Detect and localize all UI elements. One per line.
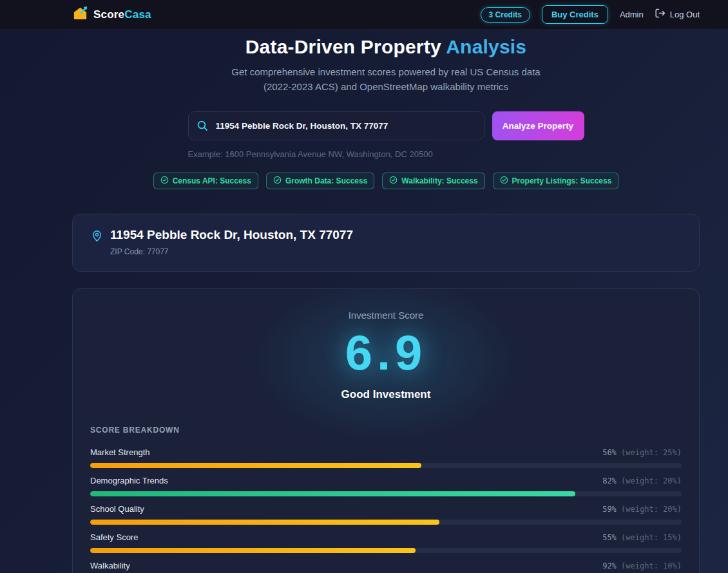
breakdown-bar-fill (90, 520, 439, 525)
page-title: Data-Driven Property Analysis (72, 36, 700, 58)
breakdown-bar-fill (90, 463, 421, 468)
status-badges-row: Census API: Success Growth Data: Success… (72, 173, 700, 189)
logout-label: Log Out (670, 10, 700, 19)
breakdown-bar-track (90, 491, 682, 496)
page-subtitle: Get comprehensive investment scores powe… (72, 64, 700, 94)
status-badge-census: Census API: Success (153, 173, 258, 189)
breakdown-label: Market Strength (90, 447, 150, 458)
score-breakdown: SCORE BREAKDOWN Market Strength 56% (wei… (73, 426, 699, 573)
logout-button[interactable]: Log Out (655, 8, 700, 21)
breakdown-label: Demographic Trends (90, 475, 168, 486)
breakdown-heading: SCORE BREAKDOWN (90, 426, 682, 435)
check-circle-icon (389, 176, 398, 186)
check-circle-icon (273, 176, 282, 186)
breakdown-value: 92% (weight: 10%) (602, 561, 682, 572)
buy-credits-button[interactable]: Buy Credits (542, 5, 608, 24)
example-address-hint: Example: 1600 Pennsylvania Avenue NW, Wa… (188, 149, 584, 159)
property-zip: ZIP Code: 77077 (110, 247, 353, 256)
check-circle-icon (500, 176, 508, 186)
breakdown-bar-fill (90, 548, 416, 553)
breakdown-row-walkability: Walkability 92% (weight: 10%) (90, 560, 682, 573)
search-icon (196, 120, 208, 134)
breakdown-row-safety-score: Safety Score 55% (weight: 15%) (90, 532, 682, 553)
analyze-property-button[interactable]: Analyze Property (492, 111, 584, 140)
breakdown-value: 55% (weight: 15%) (602, 532, 682, 543)
property-address: 11954 Pebble Rock Dr, Houston, TX 77077 (110, 228, 353, 242)
property-address-card: 11954 Pebble Rock Dr, Houston, TX 77077 … (72, 214, 700, 272)
top-nav: ScoreCasa 3 Credits Buy Credits Admin Lo… (0, 0, 728, 30)
breakdown-value: 82% (weight: 20%) (602, 476, 682, 487)
score-verdict: Good Investment (73, 388, 699, 401)
logout-icon (655, 8, 666, 21)
breakdown-value: 56% (weight: 25%) (602, 447, 682, 458)
breakdown-bar-track (90, 548, 682, 553)
brand-logo[interactable]: ScoreCasa (72, 5, 151, 24)
breakdown-row-market-strength: Market Strength 56% (weight: 25%) (90, 447, 682, 468)
breakdown-label: Safety Score (90, 532, 138, 543)
status-badge-growth: Growth Data: Success (266, 173, 374, 189)
breakdown-label: Walkability (90, 560, 130, 571)
check-circle-icon (160, 176, 169, 186)
breakdown-bar-track (90, 463, 682, 468)
breakdown-label: School Quality (90, 503, 144, 514)
score-heading: Investment Score (73, 310, 699, 321)
breakdown-value: 59% (weight: 20%) (602, 504, 682, 515)
breakdown-bar-fill (90, 491, 575, 496)
nav-link-admin[interactable]: Admin (620, 10, 644, 19)
brand-name: ScoreCasa (93, 8, 151, 21)
map-pin-icon (90, 229, 104, 256)
investment-score-value: 6.9 (73, 328, 699, 377)
hero-section: Data-Driven Property Analysis Get compre… (72, 30, 700, 189)
status-badge-listings: Property Listings: Success (493, 173, 619, 189)
investment-score-card: Investment Score 6.9 Good Investment SCO… (72, 288, 700, 573)
breakdown-row-school-quality: School Quality 59% (weight: 20%) (90, 503, 682, 525)
house-logo-icon (72, 5, 88, 24)
breakdown-bar-track (90, 520, 682, 525)
credits-badge[interactable]: 3 Credits (481, 7, 530, 23)
breakdown-row-demographic-trends: Demographic Trends 82% (weight: 20%) (90, 475, 682, 496)
status-badge-walkability: Walkability: Success (382, 173, 484, 189)
address-search-input[interactable] (188, 111, 484, 140)
